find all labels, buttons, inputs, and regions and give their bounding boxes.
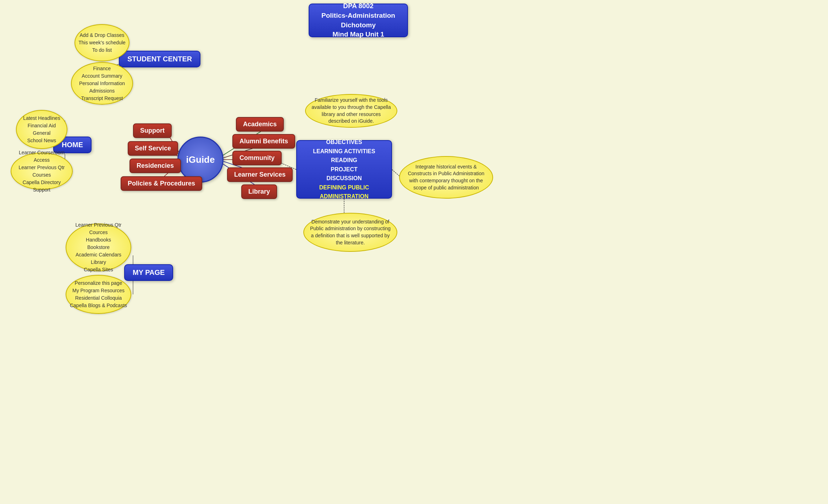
- finance-item-5: Transcript Request: [79, 95, 125, 102]
- objectives-line1: OBJECTIVES: [301, 138, 387, 147]
- learner-services-node[interactable]: Learner Services: [227, 167, 293, 182]
- objectives-line5: DISCUSSION: [301, 174, 387, 183]
- learner-access-item-3: Capella Directory: [11, 179, 72, 186]
- demonstrate-oval: Demonstrate your understanding of Public…: [303, 213, 397, 252]
- library-tip-text: Familiarize yourself with the tools avai…: [311, 97, 391, 124]
- personalize-item-2: My Program Resources: [70, 287, 127, 294]
- mypage-label[interactable]: MY PAGE: [124, 264, 173, 281]
- personalize-item-4: Capella Blogs & Podcasts: [70, 302, 127, 309]
- news-item-3: General: [23, 129, 60, 137]
- academics-node[interactable]: Academics: [236, 117, 284, 132]
- residencies-node[interactable]: Residencies: [129, 159, 181, 173]
- resources-item-1: Learner Previous Qtr Cources: [66, 221, 131, 236]
- iguide-label: iGuide: [186, 154, 215, 165]
- finance-item-4: Admissions: [79, 87, 125, 95]
- objectives-line4: PROJECT: [301, 165, 387, 174]
- schedule-item-2: This week's schedule: [78, 39, 126, 46]
- finance-oval: Finance Account Summary Personal Informa…: [71, 62, 133, 105]
- library-node[interactable]: Library: [241, 184, 277, 199]
- schedule-item-3: To do list: [78, 46, 126, 54]
- resources-oval: Learner Previous Qtr Cources Handbooks B…: [66, 223, 131, 271]
- objectives-highlight: DEFINING PUBLIC ADMINISTRATION: [301, 183, 387, 201]
- iguide-center-node: iGuide: [177, 137, 223, 183]
- schedule-item-1: Add & Drop Classes: [78, 32, 126, 39]
- objectives-box: OBJECTIVES LEARNING ACTIVITIES READING P…: [296, 140, 392, 199]
- integrate-oval: Integrate historical events & Constructs…: [399, 156, 493, 199]
- library-tip-oval: Familiarize yourself with the tools avai…: [305, 94, 397, 128]
- support-node[interactable]: Support: [133, 123, 172, 138]
- news-oval: Latest Headlines Financial Aid General S…: [16, 110, 67, 149]
- policies-node[interactable]: Policies & Procedures: [121, 176, 202, 191]
- news-item-2: Financial Aid: [23, 122, 60, 129]
- alumni-node[interactable]: Alumni Benefits: [232, 134, 295, 149]
- resources-item-2: Handbooks: [66, 236, 131, 244]
- news-item-4: School News: [23, 137, 60, 144]
- resources-item-6: Capella Sites: [66, 266, 131, 273]
- schedule-oval: Add & Drop Classes This week's schedule …: [74, 24, 129, 61]
- demonstrate-text: Demonstrate your understanding of Public…: [309, 218, 391, 246]
- student-center-label[interactable]: STUDENT CENTER: [119, 51, 200, 67]
- dpa-line1: DPA 8002: [313, 1, 404, 11]
- finance-item-1: Finance: [79, 65, 125, 72]
- learner-access-item-2: Learner Previous Qtr Courses: [11, 164, 72, 179]
- community-node[interactable]: Community: [232, 151, 282, 165]
- objectives-line2: LEARNING ACTIVITIES: [301, 147, 387, 156]
- dpa-line2: Politics-Administration Dichotomy: [313, 11, 404, 30]
- learner-access-oval: Learner Courseroom Access Learner Previo…: [11, 153, 73, 190]
- finance-item-3: Personal Information: [79, 80, 125, 87]
- personalize-item-3: Residential Colloquia: [70, 294, 127, 302]
- resources-item-3: Bookstore: [66, 244, 131, 251]
- personalize-item-1: Personalize this page: [70, 279, 127, 287]
- self-service-node[interactable]: Self Service: [128, 141, 178, 156]
- dpa-title-box: DPA 8002 Politics-Administration Dichoto…: [309, 4, 408, 37]
- news-item-1: Latest Headlines: [23, 115, 60, 122]
- objectives-line3: READING: [301, 156, 387, 165]
- integrate-text: Integrate historical events & Constructs…: [405, 164, 487, 191]
- finance-item-2: Account Summary: [79, 72, 125, 80]
- resources-item-5: Library: [66, 259, 131, 266]
- resources-item-4: Academic Calendars: [66, 251, 131, 259]
- learner-access-item-4: Support: [11, 186, 72, 194]
- learner-access-item-1: Learner Courseroom Access: [11, 149, 72, 164]
- personalize-oval: Personalize this page My Program Resourc…: [66, 275, 131, 314]
- dpa-line3: Mind Map Unit 1: [313, 30, 404, 39]
